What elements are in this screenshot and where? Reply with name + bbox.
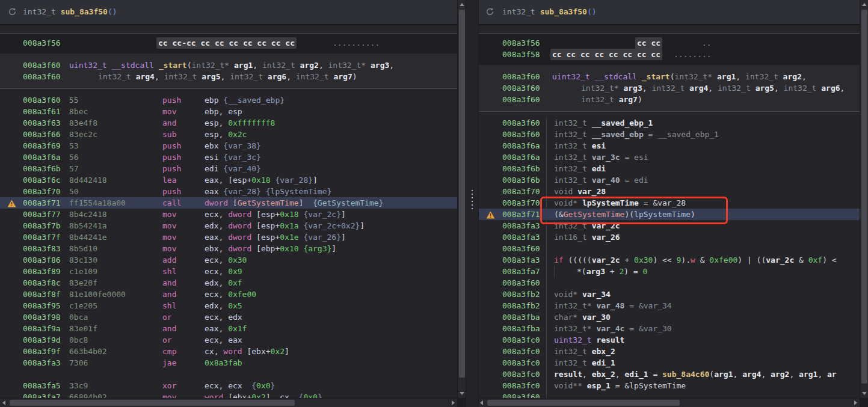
scroll-right-button[interactable] bbox=[851, 399, 860, 407]
disasm-row[interactable]: 008a3fa533c9xorecx, ecx {0x0} bbox=[0, 380, 457, 391]
disasm-row[interactable]: 008a3f6a56pushesi {var_3c} bbox=[0, 151, 457, 163]
function-signature-line[interactable]: 008a3f60int32_t arg7) bbox=[478, 94, 860, 105]
disasm-row[interactable]: 008a3f778b4c2418movecx, dword [esp+0x18 … bbox=[0, 209, 457, 220]
hlil-row[interactable]: 008a3f60 bbox=[478, 243, 860, 254]
disasm-row[interactable]: 008a3f6383e4f8andesp, 0xfffffff8 bbox=[0, 117, 457, 129]
hlil-row[interactable]: 008a3f70void var_28 bbox=[478, 186, 860, 197]
disasm-row[interactable]: 008a3f71ff1554a18a00calldword [GetSystem… bbox=[0, 197, 457, 209]
disasm-row[interactable]: 008a3f7b8b54241amovedx, dword [esp+0x1a … bbox=[0, 220, 457, 231]
address-label: 008a3f6a bbox=[23, 151, 61, 163]
hlil-row[interactable]: 008a3fc0void** esp_1 = &lpSystemTime bbox=[478, 380, 860, 391]
disasm-row[interactable]: 008a3f6c8d442418leaeax, [esp+0x18 {var_2… bbox=[0, 174, 457, 186]
disasm-row[interactable]: 008a3f8f81e100fe0000andecx, 0xfe00 bbox=[0, 289, 457, 300]
opcode-bytes: 55 bbox=[69, 94, 79, 106]
code-token: } bbox=[271, 381, 275, 390]
code-token: __stdcall bbox=[111, 61, 153, 70]
code-token: int32_t* bbox=[554, 301, 596, 310]
function-signature-line[interactable]: 008a3f60int32_t* arg3, int32_t arg4, int… bbox=[478, 82, 860, 94]
scroll-down-button[interactable] bbox=[458, 390, 466, 398]
right-hscroll-thumb[interactable] bbox=[487, 400, 680, 406]
hlil-row[interactable]: 008a3fc0uint32_t result bbox=[478, 334, 860, 346]
hlil-row[interactable]: 008a3fa7*(arg3 + 2) = 0 bbox=[478, 266, 860, 277]
hlil-row[interactable]: 008a3f70void* lpSystemTime = &var_28 bbox=[478, 197, 860, 209]
hlil-row[interactable]: 008a3fa3if (((((var_2c + 0x30) << 9).w &… bbox=[478, 254, 860, 266]
pane-splitter[interactable] bbox=[466, 0, 479, 407]
hex-bytes-row[interactable]: 008a3f56cc cc-cc cc cc cc cc cc cc cc...… bbox=[0, 37, 457, 49]
code-token: edi_1 bbox=[624, 370, 648, 379]
address-label: 008a3f9a bbox=[23, 323, 61, 334]
scroll-right-button[interactable] bbox=[449, 399, 457, 407]
scroll-left-button[interactable] bbox=[478, 399, 486, 407]
hex-bytes-row[interactable]: 008a3f58cc cc cc cc cc cc cc cc........ bbox=[478, 49, 860, 60]
mnemonic: mov bbox=[162, 231, 176, 243]
disasm-row[interactable]: 008a3f6055pushebp {__saved_ebp} bbox=[0, 94, 457, 106]
hlil-row[interactable]: 008a3f60int32_t __saved_ebp = __saved_eb… bbox=[478, 129, 860, 140]
right-vscroll-thumb[interactable] bbox=[861, 10, 867, 384]
disasm-row[interactable]: 008a3fa37306jae0x8a3fab bbox=[0, 357, 457, 369]
left-vertical-scrollbar[interactable] bbox=[457, 0, 466, 398]
splitter-grip-icon bbox=[472, 190, 473, 210]
function-signature-line[interactable]: 008a3f60uint32_t __stdcall _start(int32_… bbox=[0, 60, 457, 71]
hlil-row[interactable]: 008a3f6bint32_t var_40 = edi bbox=[478, 174, 860, 186]
hlil-row[interactable]: 008a3f6bint32_t edi bbox=[478, 163, 860, 174]
hlil-row[interactable]: 008a3fa3int32_t var_2c bbox=[478, 220, 860, 231]
disasm-row[interactable]: 008a3f8683c130addecx, 0x30 bbox=[0, 254, 457, 266]
disasm-row[interactable]: 008a3f9a83e01fandeax, 0x1f bbox=[0, 323, 457, 334]
opcode-bytes: 83e20f bbox=[69, 277, 97, 289]
disasm-row[interactable]: 008a3f7050pusheax {var_28} {lpSystemTime… bbox=[0, 186, 457, 197]
disasm-row[interactable]: 008a3f89c1e109shlecx, 0x9 bbox=[0, 266, 457, 277]
code-token: arg6 bbox=[268, 72, 286, 81]
hlil-row[interactable]: 008a3fb2int32_t* var_48 = &var_34 bbox=[478, 300, 860, 311]
right-horizontal-scrollbar[interactable] bbox=[478, 398, 860, 407]
hlil-row[interactable]: 008a3fc0result, ebx_2, edi_1 = sub_8a4c6… bbox=[478, 369, 860, 380]
function-signature-line[interactable]: 008a3f60uint32_t __stdcall _start(int32_… bbox=[478, 71, 860, 82]
disasm-row[interactable]: 008a3f6b57pushedi {var_40} bbox=[0, 163, 457, 174]
hlil-row[interactable]: 008a3fc0int32_t edi_1 bbox=[478, 357, 860, 369]
hlil-row[interactable]: 008a3f60 bbox=[478, 277, 860, 289]
function-signature-line[interactable]: 008a3f60int32_t arg4, int32_t arg5, int3… bbox=[0, 71, 457, 82]
opcode-bytes: ff1554a18a00 bbox=[69, 197, 126, 209]
disasm-row[interactable]: 008a3f6683ec2csubesp, 0x2c bbox=[0, 129, 457, 140]
hlil-row[interactable]: 008a3f6aint32_t esi bbox=[478, 140, 860, 151]
hlil-row[interactable]: 008a3fc0int32_t ebx_2 bbox=[478, 346, 860, 357]
hlil-row[interactable]: 008a3fbachar* var_30 bbox=[478, 311, 860, 323]
left-hscroll-thumb[interactable] bbox=[10, 400, 295, 406]
hlil-row[interactable]: 008a3fa3int16_t var_26 bbox=[478, 231, 860, 243]
mnemonic: and bbox=[162, 289, 176, 300]
left-horizontal-scrollbar[interactable] bbox=[0, 398, 457, 407]
disasm-row[interactable]: 008a3fa766894b02movword [ebx+0x2], cx {0… bbox=[0, 391, 457, 398]
disasm-row[interactable]: 008a3f95c1e205shledx, 0x5 bbox=[0, 300, 457, 311]
disasm-row[interactable]: 008a3f618becmovebp, esp bbox=[0, 106, 457, 117]
left-vscroll-thumb[interactable] bbox=[459, 10, 465, 378]
hlil-row[interactable]: 008a3f60int32_t __saved_ebp_1 bbox=[478, 117, 860, 129]
address-label: 008a3f56 bbox=[23, 37, 61, 49]
scroll-left-button[interactable] bbox=[0, 399, 8, 407]
hlil-row[interactable]: 008a3f71(&GetSystemTime)(lpSystemTime) bbox=[478, 209, 860, 220]
code-token: ) = bbox=[624, 267, 642, 276]
scroll-up-button[interactable] bbox=[860, 0, 868, 8]
hex-bytes-row[interactable]: 008a3f56cc cc.. bbox=[478, 37, 860, 49]
scroll-down-button[interactable] bbox=[860, 390, 868, 398]
disasm-row[interactable] bbox=[0, 369, 457, 380]
disasm-row[interactable]: 008a3f8c83e20fandedx, 0xf bbox=[0, 277, 457, 289]
code-token: var_48 bbox=[596, 301, 624, 310]
code-token: edx bbox=[228, 313, 242, 322]
refresh-icon[interactable] bbox=[485, 7, 495, 17]
address-label: 008a3fb2 bbox=[502, 300, 540, 311]
right-vertical-scrollbar[interactable] bbox=[860, 0, 868, 398]
hlil-row[interactable]: 008a3fb2void* var_34 bbox=[478, 289, 860, 300]
hlil-code: *(arg3 + 2) = 0 bbox=[577, 266, 647, 277]
hlil-row[interactable]: 008a3f60 bbox=[478, 391, 860, 398]
hlil-row[interactable]: 008a3fbaint32_t* var_4c = &var_30 bbox=[478, 323, 860, 334]
disasm-row[interactable]: 008a3f6953pushebx {var_38} bbox=[0, 140, 457, 151]
disasm-row[interactable]: 008a3f9f663b4b02cmpcx, word [ebx+0x2] bbox=[0, 346, 457, 357]
disasm-row[interactable]: 008a3f838b5d10movebx, dword [ebp+0x10 {a… bbox=[0, 243, 457, 254]
disasm-row[interactable]: 008a3f7f8b44241emoveax, dword [esp+0x1e … bbox=[0, 231, 457, 243]
address-label: 008a3f6a bbox=[502, 151, 540, 163]
disasm-row[interactable]: 008a3f9d0bc8orecx, eax bbox=[0, 334, 457, 346]
refresh-icon[interactable] bbox=[8, 7, 17, 17]
scroll-up-button[interactable] bbox=[458, 0, 466, 8]
address-label: 008a3f98 bbox=[23, 311, 61, 323]
disasm-row[interactable]: 008a3f980bcaorecx, edx bbox=[0, 311, 457, 323]
hlil-row[interactable]: 008a3f6aint32_t var_3c = esi bbox=[478, 151, 860, 163]
